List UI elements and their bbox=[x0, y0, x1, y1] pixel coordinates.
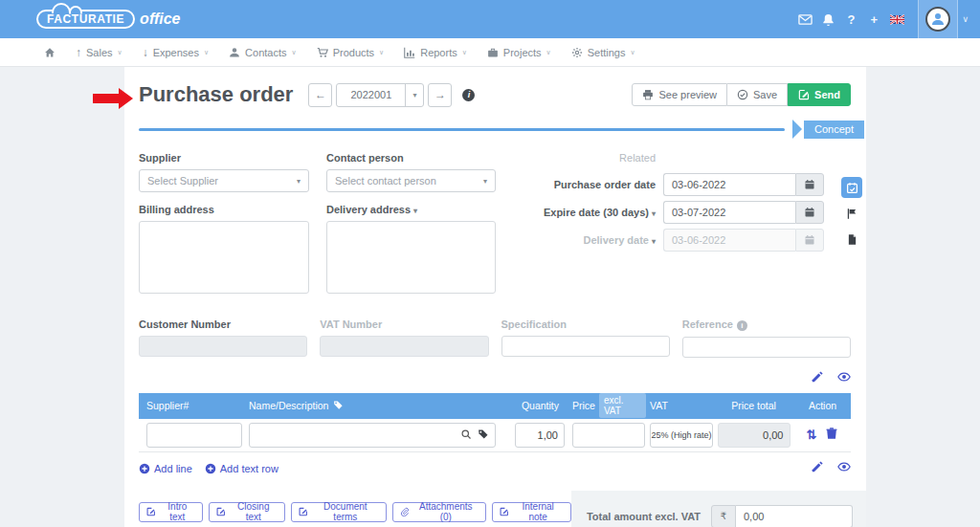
attachments-button[interactable]: Attachments (0) bbox=[392, 502, 486, 522]
internal-note-button[interactable]: Internal note bbox=[492, 502, 571, 522]
row-vat-select[interactable]: 25% (High rate) bbox=[650, 423, 713, 448]
col-action: Action bbox=[794, 400, 851, 411]
user-menu[interactable] bbox=[918, 0, 958, 38]
customer-number-field: Customer Number bbox=[139, 318, 307, 358]
plus-icon[interactable]: + bbox=[862, 12, 885, 27]
total-excl-label: Total amount excl. VAT bbox=[587, 511, 711, 522]
closing-text-button[interactable]: Closing text bbox=[209, 502, 285, 522]
row-supplier-input[interactable] bbox=[146, 423, 242, 448]
chevron-down-icon: ∨ bbox=[630, 49, 635, 56]
nav-reports[interactable]: Reports∨ bbox=[404, 47, 467, 58]
topbar: FACTURATIE office ? + ∨ bbox=[0, 0, 980, 38]
document-icon[interactable] bbox=[846, 232, 858, 250]
row-name-input[interactable] bbox=[249, 423, 496, 448]
chevron-down-icon: ∨ bbox=[292, 49, 297, 56]
plus-circle-icon bbox=[139, 463, 150, 474]
briefcase-icon bbox=[487, 47, 499, 58]
delivery-date-label[interactable]: Delivery date▾ bbox=[584, 234, 657, 246]
next-order-button[interactable]: → bbox=[428, 83, 452, 107]
plus-circle-icon bbox=[205, 463, 216, 474]
nav-settings[interactable]: Settings∨ bbox=[571, 47, 635, 58]
language-flag-icon[interactable] bbox=[885, 12, 908, 27]
bell-icon[interactable] bbox=[816, 12, 839, 27]
info-icon[interactable]: i bbox=[462, 89, 475, 101]
vat-number-field: VAT Number bbox=[320, 318, 488, 358]
save-button[interactable]: Save bbox=[727, 83, 788, 106]
mail-icon[interactable] bbox=[793, 12, 816, 27]
chart-icon bbox=[404, 47, 415, 58]
user-icon bbox=[229, 47, 240, 58]
purchase-order-card: Purchase order ← 2022001 ▾ → i See previ… bbox=[124, 67, 866, 527]
row-quantity-input[interactable] bbox=[515, 423, 565, 448]
intro-text-button[interactable]: Intro text bbox=[139, 502, 203, 522]
reorder-icon[interactable]: ⇅ bbox=[807, 428, 817, 442]
nav-expenses[interactable]: ↓Expenses∨ bbox=[143, 46, 209, 59]
calendar-check-button[interactable] bbox=[841, 177, 862, 198]
home-icon bbox=[44, 47, 56, 58]
edit-columns-icon[interactable] bbox=[811, 460, 824, 477]
delivery-address-textarea[interactable] bbox=[326, 221, 496, 294]
printer-icon bbox=[642, 89, 654, 100]
row-price-input[interactable] bbox=[572, 423, 645, 448]
visibility-icon[interactable] bbox=[837, 460, 851, 477]
expire-date-input[interactable] bbox=[663, 201, 795, 224]
purchase-order-date-input[interactable] bbox=[663, 173, 795, 196]
add-text-row-link[interactable]: Add text row bbox=[205, 463, 278, 474]
send-button[interactable]: Send bbox=[788, 83, 851, 106]
reference-label: Referencei bbox=[682, 318, 851, 331]
table-tools bbox=[139, 370, 851, 387]
pencil-square-icon bbox=[500, 507, 509, 516]
line-items-table: Supplier# Name/Description Quantity Pric… bbox=[139, 393, 851, 477]
page-title: Purchase order bbox=[139, 82, 293, 107]
specification-input[interactable] bbox=[501, 336, 670, 357]
see-preview-button[interactable]: See preview bbox=[632, 83, 727, 106]
calendar-icon[interactable] bbox=[795, 201, 824, 224]
tag-icon bbox=[333, 400, 344, 412]
prev-order-button[interactable]: ← bbox=[308, 83, 332, 107]
search-icon[interactable] bbox=[460, 427, 472, 444]
total-excl-input[interactable] bbox=[736, 505, 853, 527]
calendar-icon[interactable] bbox=[795, 173, 824, 196]
nav-projects[interactable]: Projects∨ bbox=[487, 47, 551, 58]
tag-icon[interactable] bbox=[478, 427, 489, 444]
status-arrow-icon bbox=[792, 120, 802, 139]
chevron-down-icon: ▾ bbox=[297, 177, 301, 186]
vat-number-input bbox=[320, 336, 488, 357]
expire-date-label[interactable]: Expire date (30 days)▾ bbox=[544, 207, 656, 218]
order-number-select[interactable]: 2022001 ▾ bbox=[336, 83, 424, 107]
purchase-order-date-row: Purchase order date bbox=[544, 173, 824, 196]
reference-input[interactable] bbox=[682, 337, 851, 358]
price-mode-chip[interactable]: excl. VAT bbox=[599, 393, 646, 418]
edit-columns-icon[interactable] bbox=[811, 370, 824, 387]
supplier-select[interactable]: Select Supplier▾ bbox=[139, 169, 309, 192]
order-number-nav: ← 2022001 ▾ → bbox=[308, 83, 452, 107]
visibility-icon[interactable] bbox=[837, 370, 851, 387]
pencil-square-icon bbox=[216, 507, 226, 516]
nav-home[interactable] bbox=[44, 47, 56, 58]
billing-address-textarea[interactable] bbox=[139, 221, 309, 294]
check-circle-icon bbox=[737, 89, 748, 100]
contact-person-select[interactable]: Select contact person▾ bbox=[326, 169, 496, 192]
calendar-check-icon bbox=[846, 182, 858, 194]
order-number-value: 2022001 bbox=[337, 84, 405, 106]
chevron-down-icon: ∨ bbox=[118, 49, 122, 56]
user-menu-caret-icon[interactable]: ∨ bbox=[958, 14, 980, 24]
expire-date-row: Expire date (30 days)▾ bbox=[544, 201, 824, 224]
text-buttons: Intro text Closing text Document terms A… bbox=[139, 491, 571, 527]
vat-number-label: VAT Number bbox=[320, 318, 488, 330]
flag-icon[interactable] bbox=[846, 207, 858, 224]
help-icon[interactable]: ? bbox=[839, 12, 862, 27]
nav-contacts[interactable]: Contacts∨ bbox=[229, 47, 297, 58]
nav-sales[interactable]: ↑Sales∨ bbox=[76, 46, 122, 59]
add-line-link[interactable]: Add line bbox=[139, 463, 192, 474]
trash-icon[interactable] bbox=[825, 427, 838, 444]
form-left: Supplier Select Supplier▾ Billing addres… bbox=[139, 152, 496, 297]
nav-products[interactable]: Products∨ bbox=[317, 47, 385, 58]
status-badge: Concept bbox=[804, 121, 864, 139]
status-progress: Concept bbox=[139, 120, 864, 139]
supplier-label: Supplier bbox=[139, 152, 309, 164]
app-logo[interactable]: FACTURATIE office bbox=[36, 10, 181, 29]
document-terms-button[interactable]: Document terms bbox=[291, 502, 387, 522]
contact-person-label: Contact person bbox=[326, 152, 496, 164]
footer-row: Intro text Closing text Document terms A… bbox=[139, 491, 851, 527]
